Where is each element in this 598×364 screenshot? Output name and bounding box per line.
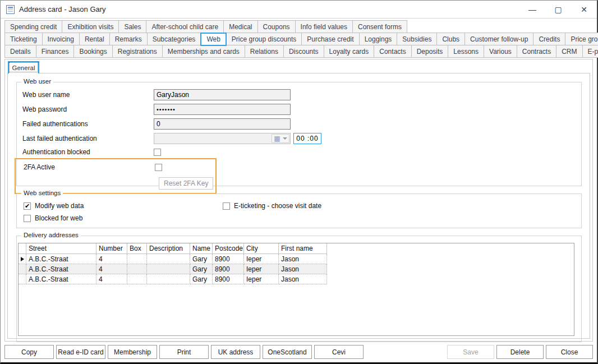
cell-description[interactable] [147, 254, 190, 264]
last-failed-time-input[interactable]: 00 :00 [293, 133, 321, 144]
cell-box[interactable] [127, 274, 147, 284]
tab-contacts[interactable]: Contacts [374, 45, 411, 58]
reset-2fa-key-button[interactable]: Reset 2FA Key [159, 177, 213, 190]
cell-postcode[interactable]: 8900 [213, 264, 244, 274]
cell-city[interactable]: Ieper [244, 254, 279, 264]
table-row[interactable]: A.B.C.-Straat 4 Gary 8900 Ieper Jason [19, 264, 327, 274]
tab-web-active[interactable]: Web [200, 33, 226, 46]
col-description[interactable]: Description [147, 243, 190, 254]
cell-name[interactable]: Gary [190, 254, 213, 264]
tab-after-school-child-care[interactable]: After-school child care [146, 20, 224, 33]
cell-first-name[interactable]: Jason [279, 254, 327, 264]
cell-box[interactable] [127, 254, 147, 264]
cell-street[interactable]: A.B.C.-Straat [26, 254, 96, 264]
cell-city[interactable]: Ieper [244, 274, 279, 284]
tab-purchase-credit[interactable]: Purchase credit [301, 33, 359, 45]
col-street[interactable]: Street [26, 243, 96, 254]
col-name[interactable]: Name [190, 243, 213, 254]
cell-number[interactable]: 4 [96, 264, 127, 274]
tab-deposits[interactable]: Deposits [411, 45, 449, 58]
tab-customer-follow-up[interactable]: Customer follow-up [464, 33, 533, 45]
tab-clubs[interactable]: Clubs [436, 33, 465, 45]
tab-bookings[interactable]: Bookings [73, 45, 112, 58]
minimize-icon[interactable]: — [519, 1, 545, 18]
cell-postcode[interactable]: 8900 [213, 274, 244, 284]
tab-various[interactable]: Various [484, 45, 517, 58]
tab-spending-credit[interactable]: Spending credit [4, 20, 62, 33]
cell-first-name[interactable]: Jason [279, 264, 327, 274]
tab-loggings[interactable]: Loggings [359, 33, 398, 45]
blocked-for-web-checkbox[interactable] [24, 215, 31, 222]
last-failed-date-input[interactable]: ▦ [154, 133, 291, 144]
close-button[interactable]: Close [546, 345, 593, 359]
cell-postcode[interactable]: 8900 [213, 254, 244, 264]
modify-web-data-checkbox[interactable] [24, 202, 31, 210]
tab-registrations[interactable]: Registrations [112, 45, 163, 58]
cell-number[interactable]: 4 [96, 274, 127, 284]
col-box[interactable]: Box [127, 243, 147, 254]
print-button[interactable]: Print [159, 345, 209, 359]
cell-city[interactable]: Ieper [244, 264, 279, 274]
tab-crm[interactable]: CRM [556, 45, 582, 58]
tab-remarks[interactable]: Remarks [109, 33, 148, 45]
table-row[interactable]: A.B.C.-Straat 4 Gary 8900 Ieper Jason [19, 274, 327, 284]
tab-lessons[interactable]: Lessons [448, 45, 484, 58]
tab-consent-forms[interactable]: Consent forms [352, 20, 407, 33]
table-header-row: Street Number Box Description Name Postc… [19, 243, 327, 254]
cell-street[interactable]: A.B.C.-Straat [26, 264, 96, 274]
tab-loyalty-cards[interactable]: Loyalty cards [324, 45, 375, 58]
web-user-name-input[interactable]: GaryJason [154, 89, 291, 100]
cell-name[interactable]: Gary [190, 274, 213, 284]
tab-exhibition-visits[interactable]: Exhibition visits [62, 20, 119, 33]
read-eid-card-button[interactable]: Read e-ID card [56, 345, 105, 359]
tab-finances[interactable]: Finances [36, 45, 75, 58]
uk-address-button[interactable]: UK address [211, 345, 260, 359]
tab-discounts[interactable]: Discounts [283, 45, 324, 58]
calendar-dropdown-button[interactable]: ▦ [272, 134, 289, 143]
membership-button[interactable]: Membership [108, 345, 157, 359]
tab-rental[interactable]: Rental [79, 33, 110, 45]
tab-subsidies[interactable]: Subsidies [397, 33, 437, 45]
cell-street[interactable]: A.B.C.-Straat [26, 274, 96, 284]
tab-sales[interactable]: Sales [118, 20, 146, 33]
close-icon[interactable]: ✕ [571, 1, 597, 18]
cell-number[interactable]: 4 [96, 254, 127, 264]
table-row[interactable]: A.B.C.-Straat 4 Gary 8900 Ieper Jason [19, 254, 327, 264]
tab-memberships-and-cards[interactable]: Memberships and cards [162, 45, 245, 58]
cell-name[interactable]: Gary [190, 264, 213, 274]
col-first-name[interactable]: First name [279, 243, 327, 254]
failed-authentications-input[interactable]: 0 [154, 118, 291, 130]
tab-e-purse[interactable]: E-purse [582, 45, 598, 58]
tab-credits[interactable]: Credits [533, 33, 565, 45]
eticketing-checkbox[interactable] [223, 202, 230, 210]
tab-contracts[interactable]: Contracts [517, 45, 556, 58]
onescotland-button[interactable]: OneScotland [263, 345, 312, 359]
cell-description[interactable] [147, 264, 190, 274]
cell-box[interactable] [127, 264, 147, 274]
tfa-active-checkbox[interactable] [155, 164, 162, 171]
tab-price-group-discounts[interactable]: Price group discounts [226, 33, 302, 45]
tab-info-field-values[interactable]: Info field values [295, 20, 353, 33]
tab-medical[interactable]: Medical [223, 20, 257, 33]
cell-first-name[interactable]: Jason [279, 274, 327, 284]
tab-general[interactable]: General [8, 61, 39, 73]
cevi-button[interactable]: Cevi [314, 345, 364, 359]
tab-invoicing[interactable]: Invoicing [42, 33, 80, 45]
web-password-input[interactable]: ••••••• [154, 104, 291, 115]
col-number[interactable]: Number [96, 243, 127, 254]
save-button[interactable]: Save [447, 345, 494, 359]
maximize-icon[interactable]: ▢ [545, 1, 571, 18]
tab-ticketing[interactable]: Ticketing [4, 33, 43, 45]
tab-coupons[interactable]: Coupons [257, 20, 296, 33]
authentication-blocked-checkbox[interactable] [154, 149, 161, 156]
tab-details[interactable]: Details [4, 45, 36, 58]
col-city[interactable]: City [244, 243, 279, 254]
delivery-addresses-table[interactable]: Street Number Box Description Name Postc… [18, 243, 574, 336]
cell-description[interactable] [147, 274, 190, 284]
delete-button[interactable]: Delete [496, 345, 544, 359]
tab-price-groups[interactable]: Price groups [565, 33, 598, 45]
col-postcode[interactable]: Postcode [213, 243, 244, 254]
tab-relations[interactable]: Relations [245, 45, 284, 58]
copy-button[interactable]: Copy [4, 345, 54, 359]
tab-subcategories[interactable]: Subcategories [147, 33, 201, 45]
